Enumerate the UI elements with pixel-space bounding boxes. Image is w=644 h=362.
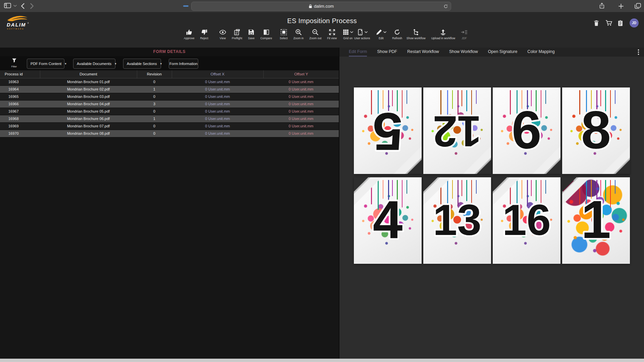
cart-icon[interactable] bbox=[605, 20, 612, 26]
share-icon[interactable] bbox=[599, 2, 605, 9]
refresh-button[interactable]: Refresh bbox=[392, 28, 402, 40]
compare-button[interactable]: Compare bbox=[260, 28, 272, 40]
column-header-offset-y[interactable]: Offset Y bbox=[263, 70, 339, 78]
cell-offset-x: 0 User.unit.mm bbox=[172, 108, 263, 115]
user-avatar[interactable]: JD bbox=[630, 18, 639, 27]
tab-restart-workflow[interactable]: Restart Workflow bbox=[407, 48, 439, 57]
preflight-button[interactable]: PDFPreflight bbox=[232, 28, 242, 40]
cell-offset-y: 0 User.unit.mm bbox=[263, 130, 339, 137]
select-button[interactable]: Select bbox=[280, 28, 288, 40]
reload-icon[interactable] bbox=[443, 4, 448, 10]
forward-button-icon[interactable] bbox=[30, 3, 34, 9]
imposition-page[interactable]: 4 bbox=[354, 177, 422, 264]
icon-wrap bbox=[357, 28, 368, 36]
cell-offset-x: 0 User.unit.mm bbox=[172, 85, 263, 93]
horizontal-scrollbar[interactable] bbox=[0, 359, 644, 362]
pdf-form-content-dropdown[interactable]: PDF Form Content▾ bbox=[27, 59, 64, 69]
clipboard-icon[interactable] bbox=[618, 20, 624, 26]
jdf-button: JDF bbox=[461, 28, 468, 40]
select-label: Select bbox=[280, 37, 288, 40]
svg-text:4: 4 bbox=[373, 189, 403, 249]
address-url: dalim.com bbox=[314, 4, 334, 9]
edit-button[interactable]: Edit bbox=[376, 28, 386, 40]
imposition-page[interactable]: 5 bbox=[354, 87, 422, 174]
user-actions-icon bbox=[357, 29, 364, 36]
icon-wrap bbox=[201, 28, 208, 36]
chevron-down-icon bbox=[383, 31, 386, 33]
cell-offset-y: 0 User.unit.mm bbox=[263, 108, 339, 115]
cell-offset-y: 0 User.unit.mm bbox=[263, 100, 339, 108]
column-header-revision[interactable]: Revision bbox=[137, 70, 172, 78]
address-bar[interactable]: dalim.com bbox=[191, 2, 451, 11]
imposition-preview: 51268413161 bbox=[354, 87, 630, 264]
svg-text:PDF: PDF bbox=[236, 29, 239, 31]
fit-view-button[interactable]: Fit view bbox=[327, 28, 337, 40]
tab-show-pdf[interactable]: Show PDF bbox=[377, 48, 397, 57]
tab-show-workflow[interactable]: Show Workflow bbox=[449, 48, 478, 57]
form-information-dropdown[interactable]: Form Information bbox=[169, 59, 198, 69]
user-actions-button[interactable]: User actions bbox=[354, 28, 370, 40]
filter-button[interactable]: Filter bbox=[7, 58, 21, 68]
grid-on-label: Grid on bbox=[343, 37, 353, 40]
eye-icon bbox=[219, 29, 226, 36]
cell-document: Mondrian Brochure 08.pdf bbox=[40, 130, 137, 137]
icon-wrap bbox=[413, 28, 419, 36]
tab-overview-icon[interactable] bbox=[635, 3, 641, 9]
approve-button[interactable]: Approve bbox=[184, 28, 195, 40]
new-tab-icon[interactable] bbox=[619, 4, 624, 9]
cell-offset-y: 0 User.unit.mm bbox=[263, 93, 339, 100]
sidebar-chevron-icon[interactable] bbox=[13, 5, 17, 7]
table-row[interactable]: 16965Mondrian Brochure 03.pdf00 User.uni… bbox=[0, 93, 339, 100]
view-button[interactable]: View bbox=[219, 28, 226, 40]
table-row[interactable]: 16969Mondrian Brochure 07.pdf00 User.uni… bbox=[0, 122, 339, 130]
zoom-in-button[interactable]: Zoom in bbox=[293, 28, 304, 40]
available-documents-dropdown[interactable]: Available Documents▾ bbox=[73, 59, 115, 69]
dropdown-label: Available Sections bbox=[127, 62, 157, 66]
refresh-label: Refresh bbox=[392, 37, 402, 40]
dropdown-label: Form Information bbox=[169, 62, 198, 66]
imposition-page[interactable]: 12 bbox=[423, 87, 491, 174]
cell-process-id: 16964 bbox=[0, 85, 40, 93]
table-row[interactable]: 16968Mondrian Brochure 06.pdf10 User.uni… bbox=[0, 115, 339, 122]
column-header-offset-x[interactable]: Offset X bbox=[172, 70, 263, 78]
grid-on-button[interactable]: Grid on bbox=[342, 28, 353, 40]
column-header-process-id[interactable]: Process id bbox=[0, 70, 40, 78]
show-workflow-button[interactable]: Show workflow bbox=[407, 28, 426, 40]
trash-icon[interactable] bbox=[593, 20, 600, 26]
table-row[interactable]: 16964Mondrian Brochure 02.pdf10 User.uni… bbox=[0, 85, 339, 93]
funnel-icon bbox=[12, 58, 17, 64]
save-label: Save bbox=[248, 37, 255, 40]
page-number: 6 bbox=[493, 87, 560, 174]
tab-color-mapping[interactable]: Color Mapping bbox=[527, 48, 554, 57]
zoom-out-button[interactable]: Zoom out bbox=[309, 28, 321, 40]
imposition-page[interactable]: 6 bbox=[493, 87, 560, 174]
column-header-document[interactable]: Document bbox=[40, 70, 137, 78]
cell-revision: 3 bbox=[137, 100, 172, 108]
cell-process-id: 16966 bbox=[0, 100, 40, 108]
tab-group-pill[interactable] bbox=[183, 5, 189, 7]
upload-in-workflow-button[interactable]: Upload in workflow bbox=[431, 28, 455, 40]
sidebar-toggle-icon[interactable] bbox=[4, 3, 11, 8]
cell-offset-y: 0 User.unit.mm bbox=[263, 78, 339, 85]
table-row[interactable]: 16970Mondrian Brochure 08.pdf00 User.uni… bbox=[0, 130, 339, 137]
imposition-page[interactable]: 8 bbox=[562, 87, 630, 174]
icon-wrap bbox=[295, 28, 302, 36]
imposition-page[interactable]: 1 bbox=[562, 177, 630, 264]
filter-row: Filter PDF Form Content▾Available Docume… bbox=[0, 56, 339, 71]
tab-edit-form[interactable]: Edit Form bbox=[349, 48, 367, 57]
cell-process-id: 16967 bbox=[0, 108, 40, 115]
back-button-icon[interactable] bbox=[21, 3, 24, 9]
save-button[interactable]: Save bbox=[248, 28, 255, 40]
more-options-icon[interactable] bbox=[638, 49, 639, 56]
imposition-page[interactable]: 16 bbox=[493, 177, 560, 264]
table-row[interactable]: 16963Mondrian Brochure 01.pdf00 User.uni… bbox=[0, 78, 339, 85]
reject-button[interactable]: Reject bbox=[200, 28, 208, 40]
filter-label: Filter bbox=[11, 65, 17, 68]
table-row[interactable]: 16966Mondrian Brochure 04.pdf30 User.uni… bbox=[0, 100, 339, 108]
table-row[interactable]: 16967Mondrian Brochure 05.pdf00 User.uni… bbox=[0, 108, 339, 115]
cell-document: Mondrian Brochure 02.pdf bbox=[40, 85, 137, 93]
imposition-page[interactable]: 13 bbox=[423, 177, 491, 264]
available-sections-dropdown[interactable]: Available Sections▾ bbox=[123, 59, 161, 69]
preview-panel: Edit FormShow PDFRestart WorkflowShow Wo… bbox=[339, 48, 644, 359]
tab-open-signature[interactable]: Open Signature bbox=[488, 48, 518, 57]
